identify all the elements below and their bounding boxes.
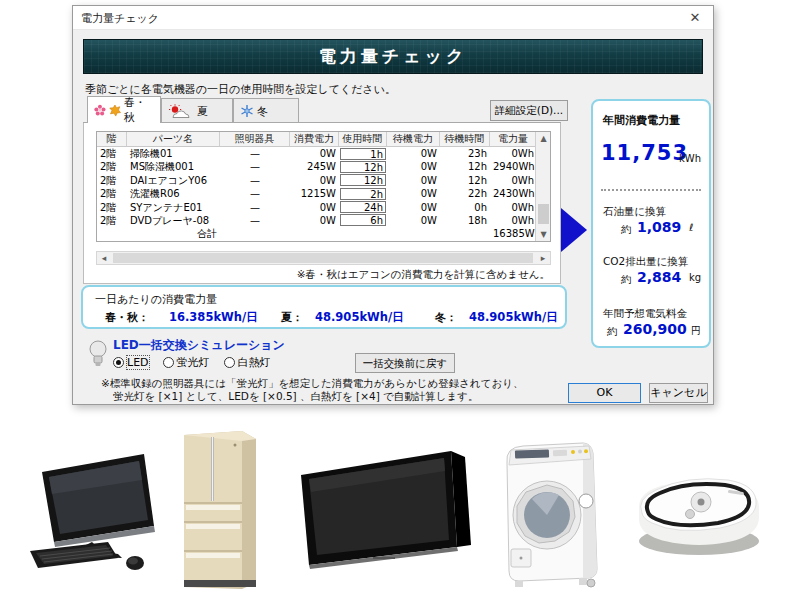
radio-dot: [224, 357, 235, 368]
radio-dot: [163, 357, 174, 368]
banner-title: 電力量チェック: [319, 46, 468, 66]
radio-dot-selected: [113, 357, 124, 368]
scroll-down-icon[interactable]: ▼: [536, 228, 551, 241]
vertical-scrollbar[interactable]: ▲ ▼: [535, 132, 550, 241]
usage-time-input[interactable]: 12h: [340, 174, 386, 186]
tab-label: 冬: [257, 104, 268, 119]
table-row: 2階DAIエアコンY06—0W12h0W12h0Wh: [97, 174, 535, 187]
power-check-dialog: 電力量チェック ✕ 電力量チェック 季節ごとに各電気機器の一日の使用時間を設定し…: [72, 5, 714, 405]
table-row: 2階洗濯機R06—1215W2h0W22h2430Wh: [97, 187, 535, 200]
ok-button[interactable]: OK: [568, 383, 641, 403]
oil-unit: ℓ: [689, 222, 693, 233]
co2-unit: kg: [689, 272, 701, 283]
table-row: 2階SYアンテナE01—0W24h0W0h0Wh: [97, 201, 535, 214]
usage-time-input[interactable]: 24h: [340, 201, 386, 213]
col-header-floor: 階: [97, 132, 127, 146]
tab-spring-autumn[interactable]: 春・秋: [87, 96, 161, 123]
table-row: 2階MS除湿機001—245W12h0W12h2940Wh: [97, 160, 535, 173]
cherry-blossom-icon: [94, 104, 106, 117]
led-options: LED 蛍光灯 白熱灯: [113, 355, 271, 370]
detail-settings-button[interactable]: 詳細設定(D)...: [490, 100, 568, 121]
sun-cloud-icon: [168, 104, 194, 119]
led-note-line1: ※標準収録の照明器具には「蛍光灯」を想定した消費電力があらかじめ登録されており、: [101, 377, 523, 391]
cost-value: 260,900: [623, 321, 687, 337]
table-header-row: 階 パーツ名 照明器具 消費電力 使用時間 待機電力 待機時間 電力量: [97, 132, 550, 147]
reset-before-replace-button[interactable]: 一括交換前に戻す: [355, 353, 455, 373]
col-header-part: パーツ名: [127, 132, 220, 146]
col-header-lighting: 照明器具: [220, 132, 290, 146]
usage-time-input[interactable]: 6h: [340, 214, 386, 226]
oil-value: 1,089: [637, 219, 681, 235]
usage-time-input[interactable]: 2h: [340, 188, 386, 200]
desktop-computer-image: [22, 450, 184, 575]
dialog-banner: 電力量チェック: [83, 39, 703, 74]
tab-winter[interactable]: 冬: [233, 98, 299, 123]
scroll-right-icon[interactable]: ▸: [536, 252, 550, 264]
radio-led[interactable]: LED: [113, 356, 149, 369]
daily-consumption-box: 一日あたりの消費電力量 春・秋： 16.385kWh/日 夏： 48.905kW…: [81, 285, 567, 329]
scroll-up-icon[interactable]: ▲: [536, 132, 551, 145]
season-note: ※春・秋はエアコンの消費電力を計算に含めません。: [297, 268, 550, 282]
scrollbar-thumb[interactable]: [538, 204, 549, 224]
flat-screen-tv-image: [293, 447, 475, 573]
annual-value: 11,753: [601, 141, 688, 165]
daily-label-spring: 春・秋：: [105, 310, 149, 325]
cancel-button[interactable]: キャンセル: [649, 383, 708, 403]
table-row: 2階掃除機01—0W1h0W23h0Wh: [97, 147, 535, 160]
scrollbar-thumb[interactable]: [113, 253, 533, 263]
robot-vacuum-image: [628, 463, 770, 559]
window-title: 電力量チェック: [81, 11, 159, 26]
autumn-leaf-icon: [109, 104, 121, 117]
annual-unit: kWh: [679, 153, 701, 164]
radio-fluorescent[interactable]: 蛍光灯: [163, 355, 210, 370]
title-bar: 電力量チェック ✕: [73, 6, 713, 30]
summary-title: 年間消費電力量: [603, 113, 680, 128]
total-value: 16385Wh: [490, 227, 537, 240]
close-icon[interactable]: ✕: [681, 8, 709, 27]
daily-value-summer: 48.905kWh/日: [315, 310, 404, 325]
annual-summary-panel: 年間消費電力量 11,753 kWh 石油量に換算 約 1,089 ℓ CO2排…: [591, 99, 711, 348]
arrow-right-icon: [561, 208, 587, 252]
scroll-left-icon[interactable]: ◂: [97, 252, 111, 264]
co2-value: 2,884: [637, 269, 681, 285]
tab-page-panel: 階 パーツ名 照明器具 消費電力 使用時間 待機電力 待機時間 電力量 2階掃除…: [83, 123, 561, 284]
col-header-energy: 電力量: [490, 132, 537, 146]
col-header-power: 消費電力: [290, 132, 339, 146]
oil-label: 石油量に換算: [603, 205, 666, 219]
col-header-standby-time: 待機時間: [440, 132, 490, 146]
radio-incandescent[interactable]: 白熱灯: [224, 355, 271, 370]
co2-label: CO2排出量に換算: [603, 255, 689, 269]
refrigerator-image: [168, 425, 268, 597]
tab-label: 春・秋: [124, 95, 154, 125]
tab-label: 夏: [197, 104, 208, 119]
led-note-line2: 蛍光灯を [×1] として、LEDを [×0.5] 、白熱灯を [×4] で自動…: [113, 390, 479, 404]
cost-unit: 円: [691, 324, 701, 338]
table-row: 2階DVDプレーヤ-08—0W6h0W18h0Wh: [97, 214, 535, 227]
col-header-usage-time: 使用時間: [339, 132, 387, 146]
led-simulation-title: LED一括交換シミュレーション: [113, 337, 285, 354]
usage-time-input[interactable]: 1h: [340, 148, 386, 160]
usage-time-input[interactable]: 12h: [340, 161, 386, 173]
daily-title: 一日あたりの消費電力量: [95, 292, 217, 307]
appliance-table: 階 パーツ名 照明器具 消費電力 使用時間 待機電力 待機時間 電力量 2階掃除…: [96, 131, 551, 242]
cost-label: 年間予想電気料金: [603, 307, 687, 321]
dotted-divider: [601, 189, 701, 191]
daily-label-winter: 冬：: [435, 310, 457, 325]
drum-washing-machine-image: [487, 437, 617, 589]
daily-value-winter: 48.905kWh/日: [469, 310, 558, 325]
total-label: 合計: [127, 227, 220, 240]
light-bulb-icon: [89, 339, 107, 369]
daily-label-summer: 夏：: [281, 310, 303, 325]
daily-value-spring: 16.385kWh/日: [169, 310, 258, 325]
col-header-standby-power: 待機電力: [387, 132, 440, 146]
horizontal-scrollbar[interactable]: ◂ ▸: [96, 251, 551, 265]
snowflake-icon: [240, 104, 254, 118]
tab-summer[interactable]: 夏: [161, 98, 233, 123]
table-total-row: 合計16385Wh: [97, 227, 535, 240]
